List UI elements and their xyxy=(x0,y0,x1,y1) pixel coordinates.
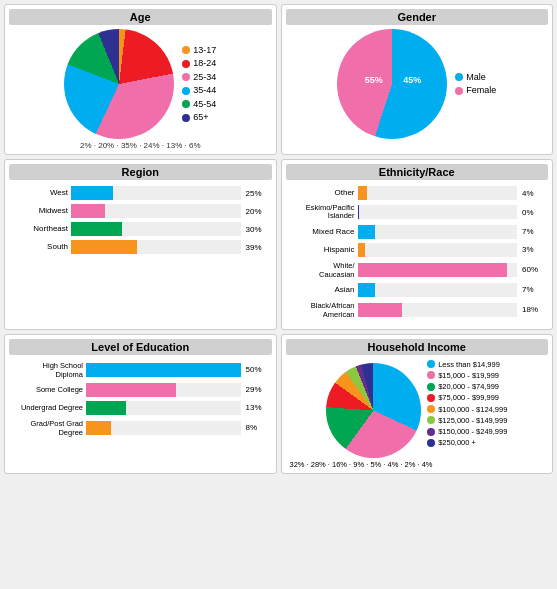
bar-row: Hispanic 3% xyxy=(290,243,545,257)
bar-row: White/Caucasian 60% xyxy=(290,261,545,279)
region-title: Region xyxy=(9,164,272,180)
age-legend-item: 65+ xyxy=(182,111,216,125)
gender-title: Gender xyxy=(286,9,549,25)
education-title: Level of Education xyxy=(9,339,272,355)
income-dot-6 xyxy=(427,416,435,424)
age-pie xyxy=(64,29,174,139)
income-legend-item: $75,000 - $99,999 xyxy=(427,392,507,403)
bar-row: Grad/Post Grad Degree 8% xyxy=(13,419,268,437)
income-legend-item: $150,000 - $249,999 xyxy=(427,426,507,437)
age-pct-labels: 2% · 20% · 35% · 24% · 13% · 6% xyxy=(9,141,272,150)
income-pie xyxy=(326,363,421,458)
income-legend-item: $125,000 - $149,999 xyxy=(427,415,507,426)
age-chart: 13-17 18-24 25-34 35-44 45-54 xyxy=(9,29,272,139)
age-dot-45 xyxy=(182,100,190,108)
income-legend-item: $100,000 - $124,999 xyxy=(427,404,507,415)
education-panel: Level of Education High School Diploma 5… xyxy=(4,334,277,474)
bar-fill xyxy=(71,240,137,254)
gender-chart: 55% 45% Male Female xyxy=(286,29,549,139)
education-chart: High School Diploma 50% Some College 29%… xyxy=(9,359,272,443)
income-dot-1 xyxy=(427,360,435,368)
income-dot-7 xyxy=(427,428,435,436)
bar-fill xyxy=(358,283,376,297)
bar-fill xyxy=(358,225,376,239)
age-title: Age xyxy=(9,9,272,25)
bar-fill xyxy=(86,401,126,415)
region-chart: West 25% Midwest 20% Northeast 30% xyxy=(9,184,272,260)
gender-male: Male xyxy=(455,71,496,85)
age-dot-13 xyxy=(182,46,190,54)
bar-fill xyxy=(71,204,105,218)
ethnicity-title: Ethnicity/Race xyxy=(286,164,549,180)
bar-fill xyxy=(86,383,176,397)
bar-row: Some College 29% xyxy=(13,383,268,397)
bar-row: Midwest 20% xyxy=(13,204,268,218)
income-panel: Household Income Less than $14,999 $15,0… xyxy=(281,334,554,474)
bar-fill xyxy=(358,243,366,257)
bar-row: Eskimo/PacificIslander 0% xyxy=(290,204,545,221)
bar-row: Asian 7% xyxy=(290,283,545,297)
ethnicity-panel: Ethnicity/Race Other 4% Eskimo/PacificIs… xyxy=(281,159,554,330)
age-legend: 13-17 18-24 25-34 35-44 45-54 xyxy=(182,44,216,125)
gender-pie: 55% 45% xyxy=(337,29,447,139)
bar-row: South 39% xyxy=(13,240,268,254)
bar-fill xyxy=(86,421,111,435)
age-dot-35 xyxy=(182,87,190,95)
gender-legend: Male Female xyxy=(455,71,496,98)
age-legend-item: 18-24 xyxy=(182,57,216,71)
income-dot-3 xyxy=(427,383,435,391)
ethnicity-chart: Other 4% Eskimo/PacificIslander 0% Mixed… xyxy=(286,184,549,325)
female-dot xyxy=(455,87,463,95)
income-title: Household Income xyxy=(286,339,549,355)
bar-row: Undergrad Degree 13% xyxy=(13,401,268,415)
bar-row: High School Diploma 50% xyxy=(13,361,268,379)
male-dot xyxy=(455,73,463,81)
gender-panel: Gender 55% 45% Male Female xyxy=(281,4,554,155)
income-legend-item: $15,000 - $19,999 xyxy=(427,370,507,381)
bar-fill xyxy=(358,186,368,200)
income-dot-4 xyxy=(427,394,435,402)
bar-fill xyxy=(71,222,122,236)
age-legend-item: 45-54 xyxy=(182,98,216,112)
income-dot-5 xyxy=(427,405,435,413)
age-dot-18 xyxy=(182,60,190,68)
gender-female: Female xyxy=(455,84,496,98)
income-legend-item: Less than $14,999 xyxy=(427,359,507,370)
income-dot-2 xyxy=(427,371,435,379)
bar-fill xyxy=(358,263,508,277)
bar-row: Northeast 30% xyxy=(13,222,268,236)
bar-row: Other 4% xyxy=(290,186,545,200)
income-chart: Less than $14,999 $15,000 - $19,999 $20,… xyxy=(286,359,549,458)
income-legend-item: $250,000 + xyxy=(427,437,507,448)
bar-row: Black/AfricanAmerican 18% xyxy=(290,301,545,319)
bar-fill xyxy=(86,363,241,377)
income-legend: Less than $14,999 $15,000 - $19,999 $20,… xyxy=(427,359,507,449)
bar-fill xyxy=(358,205,360,219)
income-pct-labels: 32% · 28% · 16% · 9% · 5% · 4% · 2% · 4% xyxy=(286,460,549,469)
income-dot-8 xyxy=(427,439,435,447)
age-legend-item: 13-17 xyxy=(182,44,216,58)
age-dot-65 xyxy=(182,114,190,122)
age-dot-25 xyxy=(182,73,190,81)
bar-row: Mixed Race 7% xyxy=(290,225,545,239)
region-panel: Region West 25% Midwest 20% Northeast xyxy=(4,159,277,330)
bar-row: West 25% xyxy=(13,186,268,200)
age-legend-item: 35-44 xyxy=(182,84,216,98)
income-legend-item: $20,000 - $74,999 xyxy=(427,381,507,392)
age-legend-item: 25-34 xyxy=(182,71,216,85)
bar-fill xyxy=(71,186,113,200)
age-panel: Age 13-17 18-24 25-34 35-44 xyxy=(4,4,277,155)
bar-fill xyxy=(358,303,403,317)
